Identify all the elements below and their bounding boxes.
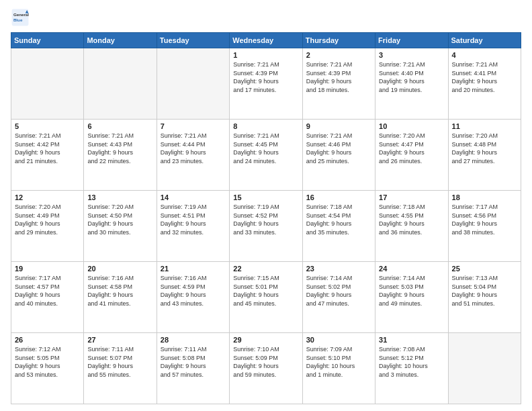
day-number: 5 [15,122,80,130]
day-content: Sunrise: 7:15 AM Sunset: 5:01 PM Dayligh… [233,274,298,308]
calendar-cell: 3Sunrise: 7:21 AM Sunset: 4:40 PM Daylig… [375,48,448,120]
day-content: Sunrise: 7:21 AM Sunset: 4:42 PM Dayligh… [15,132,80,165]
day-number: 3 [379,51,444,59]
calendar-cell: 13Sunrise: 7:20 AM Sunset: 4:50 PM Dayli… [84,191,157,262]
calendar-header-row: SundayMondayTuesdayWednesdayThursdayFrid… [11,33,521,48]
calendar-cell: 12Sunrise: 7:20 AM Sunset: 4:49 PM Dayli… [11,191,84,262]
day-number: 2 [306,51,371,59]
day-content: Sunrise: 7:08 AM Sunset: 5:12 PM Dayligh… [379,345,444,379]
day-content: Sunrise: 7:16 AM Sunset: 4:58 PM Dayligh… [87,274,152,308]
day-number: 17 [379,193,444,201]
calendar-cell: 16Sunrise: 7:18 AM Sunset: 4:54 PM Dayli… [302,191,375,262]
day-content: Sunrise: 7:19 AM Sunset: 4:52 PM Dayligh… [233,203,298,236]
day-content: Sunrise: 7:17 AM Sunset: 4:57 PM Dayligh… [15,274,80,308]
calendar-cell: 9Sunrise: 7:21 AM Sunset: 4:46 PM Daylig… [302,120,375,191]
header: General Blue [11,8,521,27]
day-number: 4 [452,51,517,59]
calendar-cell: 30Sunrise: 7:09 AM Sunset: 5:10 PM Dayli… [302,333,375,404]
day-content: Sunrise: 7:17 AM Sunset: 4:56 PM Dayligh… [452,203,517,236]
day-content: Sunrise: 7:18 AM Sunset: 4:55 PM Dayligh… [379,203,444,236]
calendar-cell [84,48,157,120]
day-content: Sunrise: 7:20 AM Sunset: 4:50 PM Dayligh… [87,203,152,236]
calendar-table: SundayMondayTuesdayWednesdayThursdayFrid… [11,32,521,404]
calendar-cell: 1Sunrise: 7:21 AM Sunset: 4:39 PM Daylig… [230,48,302,120]
day-number: 16 [306,193,371,201]
calendar-cell: 26Sunrise: 7:12 AM Sunset: 5:05 PM Dayli… [11,333,84,404]
calendar-day-header: Friday [375,33,448,48]
calendar-cell [157,48,229,120]
calendar-cell: 5Sunrise: 7:21 AM Sunset: 4:42 PM Daylig… [11,120,84,191]
day-content: Sunrise: 7:16 AM Sunset: 4:59 PM Dayligh… [161,274,226,308]
calendar-day-header: Thursday [302,33,375,48]
day-number: 31 [379,336,444,344]
day-content: Sunrise: 7:20 AM Sunset: 4:47 PM Dayligh… [379,132,444,165]
day-content: Sunrise: 7:11 AM Sunset: 5:08 PM Dayligh… [161,345,226,379]
day-content: Sunrise: 7:09 AM Sunset: 5:10 PM Dayligh… [306,345,371,379]
day-number: 22 [233,265,298,273]
calendar-cell: 19Sunrise: 7:17 AM Sunset: 4:57 PM Dayli… [11,262,84,333]
page-container: General Blue SundayMondayTuesdayWednesda… [0,0,532,411]
day-content: Sunrise: 7:21 AM Sunset: 4:46 PM Dayligh… [306,132,371,165]
calendar-cell: 18Sunrise: 7:17 AM Sunset: 4:56 PM Dayli… [448,191,521,262]
day-content: Sunrise: 7:10 AM Sunset: 5:09 PM Dayligh… [233,345,298,379]
day-number: 29 [233,336,298,344]
day-content: Sunrise: 7:21 AM Sunset: 4:41 PM Dayligh… [452,60,517,94]
calendar-week-row: 5Sunrise: 7:21 AM Sunset: 4:42 PM Daylig… [11,120,521,191]
day-number: 20 [87,265,152,273]
calendar-cell: 24Sunrise: 7:14 AM Sunset: 5:03 PM Dayli… [375,262,448,333]
calendar-cell: 31Sunrise: 7:08 AM Sunset: 5:12 PM Dayli… [375,333,448,404]
calendar-week-row: 1Sunrise: 7:21 AM Sunset: 4:39 PM Daylig… [11,48,521,120]
day-number: 26 [15,336,80,344]
day-content: Sunrise: 7:21 AM Sunset: 4:39 PM Dayligh… [306,60,371,94]
day-number: 25 [452,265,517,273]
day-number: 19 [15,265,80,273]
day-content: Sunrise: 7:14 AM Sunset: 5:02 PM Dayligh… [306,274,371,308]
calendar-day-header: Wednesday [230,33,302,48]
calendar-day-header: Sunday [11,33,84,48]
logo: General Blue [11,8,32,27]
calendar-week-row: 12Sunrise: 7:20 AM Sunset: 4:49 PM Dayli… [11,191,521,262]
day-content: Sunrise: 7:21 AM Sunset: 4:45 PM Dayligh… [233,132,298,165]
calendar-cell: 6Sunrise: 7:21 AM Sunset: 4:43 PM Daylig… [84,120,157,191]
day-number: 18 [452,193,517,201]
day-number: 30 [306,336,371,344]
calendar-cell [448,333,521,404]
calendar-cell: 14Sunrise: 7:19 AM Sunset: 4:51 PM Dayli… [157,191,229,262]
calendar-cell: 20Sunrise: 7:16 AM Sunset: 4:58 PM Dayli… [84,262,157,333]
calendar-cell: 8Sunrise: 7:21 AM Sunset: 4:45 PM Daylig… [230,120,302,191]
day-number: 8 [233,122,298,130]
day-number: 21 [161,265,226,273]
day-content: Sunrise: 7:21 AM Sunset: 4:39 PM Dayligh… [233,60,298,94]
calendar-cell: 22Sunrise: 7:15 AM Sunset: 5:01 PM Dayli… [230,262,302,333]
day-number: 10 [379,122,444,130]
calendar-day-header: Saturday [448,33,521,48]
day-content: Sunrise: 7:19 AM Sunset: 4:51 PM Dayligh… [161,203,226,236]
day-number: 6 [87,122,152,130]
day-content: Sunrise: 7:13 AM Sunset: 5:04 PM Dayligh… [452,274,517,308]
day-content: Sunrise: 7:12 AM Sunset: 5:05 PM Dayligh… [15,345,80,379]
calendar-week-row: 19Sunrise: 7:17 AM Sunset: 4:57 PM Dayli… [11,262,521,333]
day-number: 15 [233,193,298,201]
day-content: Sunrise: 7:11 AM Sunset: 5:07 PM Dayligh… [87,345,152,379]
calendar-week-row: 26Sunrise: 7:12 AM Sunset: 5:05 PM Dayli… [11,333,521,404]
day-content: Sunrise: 7:21 AM Sunset: 4:40 PM Dayligh… [379,60,444,94]
day-number: 24 [379,265,444,273]
day-content: Sunrise: 7:21 AM Sunset: 4:44 PM Dayligh… [161,132,226,165]
calendar-cell: 28Sunrise: 7:11 AM Sunset: 5:08 PM Dayli… [157,333,229,404]
day-number: 9 [306,122,371,130]
calendar-cell: 2Sunrise: 7:21 AM Sunset: 4:39 PM Daylig… [302,48,375,120]
day-number: 14 [161,193,226,201]
day-number: 28 [161,336,226,344]
calendar-cell: 17Sunrise: 7:18 AM Sunset: 4:55 PM Dayli… [375,191,448,262]
day-content: Sunrise: 7:20 AM Sunset: 4:49 PM Dayligh… [15,203,80,236]
calendar-day-header: Monday [84,33,157,48]
day-number: 13 [87,193,152,201]
day-content: Sunrise: 7:14 AM Sunset: 5:03 PM Dayligh… [379,274,444,308]
calendar-cell: 15Sunrise: 7:19 AM Sunset: 4:52 PM Dayli… [230,191,302,262]
calendar-cell: 7Sunrise: 7:21 AM Sunset: 4:44 PM Daylig… [157,120,229,191]
day-number: 7 [161,122,226,130]
calendar-cell: 23Sunrise: 7:14 AM Sunset: 5:02 PM Dayli… [302,262,375,333]
calendar-cell: 29Sunrise: 7:10 AM Sunset: 5:09 PM Dayli… [230,333,302,404]
day-number: 1 [233,51,298,59]
calendar-cell: 11Sunrise: 7:20 AM Sunset: 4:48 PM Dayli… [448,120,521,191]
